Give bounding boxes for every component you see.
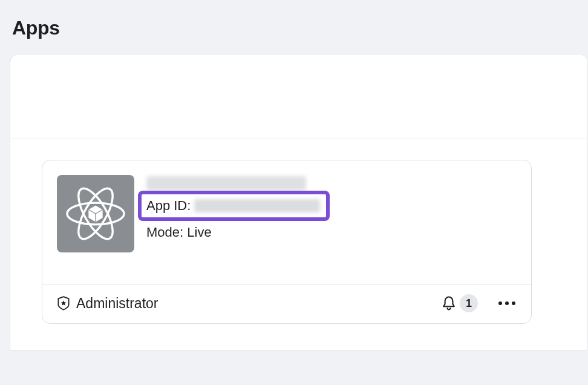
app-id-label: App ID: [146,198,191,214]
dot-icon [505,301,509,305]
app-id-redacted [194,199,320,212]
app-icon [57,175,134,252]
dot-icon [498,301,502,305]
app-card-body: App ID: Mode: Live [42,160,531,284]
app-title-redacted [146,176,306,191]
app-id-line: App ID: [146,198,320,214]
more-menu-button[interactable] [496,299,518,308]
app-card[interactable]: App ID: Mode: Live Administrator [42,160,532,324]
panel-top-area [10,54,587,139]
page-header: Apps [0,0,588,54]
role-label: Administrator [76,295,158,312]
atom-icon [62,180,129,248]
shield-star-icon [56,295,71,311]
page-title: Apps [12,17,588,39]
content-panel: App ID: Mode: Live Administrator [10,54,588,350]
app-info: App ID: Mode: Live [146,175,338,252]
app-mode: Mode: Live [146,225,338,240]
actions-section: 1 [440,294,518,312]
app-id-highlight: App ID: [138,191,330,221]
app-card-footer: Administrator 1 [42,284,531,323]
notification-button[interactable]: 1 [440,294,478,312]
notification-count: 1 [460,294,478,312]
role-section: Administrator [56,295,158,312]
bell-icon [440,295,457,312]
dot-icon [512,301,515,305]
